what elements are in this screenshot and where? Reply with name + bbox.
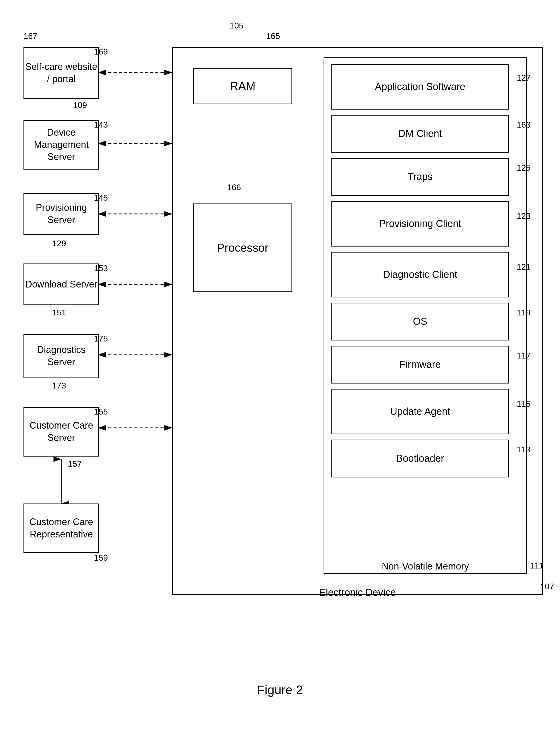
ref-167: 167	[23, 31, 37, 41]
ref-125: 125	[517, 163, 531, 173]
application-software-box: Application Software	[331, 64, 509, 110]
ref-129: 129	[52, 239, 66, 248]
ref-113: 113	[517, 445, 531, 454]
ref-107: 107	[540, 582, 554, 591]
ref-175: 175	[94, 334, 108, 344]
figure-caption: Figure 2	[16, 683, 544, 697]
diagram-container: 167 Self-care website / portal 169 Devic…	[16, 16, 544, 705]
ref-163: 163	[517, 120, 531, 130]
ref-127: 127	[517, 73, 531, 83]
processor-box: Processor	[193, 204, 292, 292]
ref-155: 155	[94, 407, 108, 416]
ref-115: 115	[517, 399, 531, 409]
ref-109: 109	[73, 100, 87, 110]
devicemgmt-box: Device Management Server	[23, 120, 99, 170]
customer-care-rep-box: Customer Care Representative	[23, 503, 99, 553]
traps-box: Traps	[331, 158, 509, 196]
update-agent-box: Update Agent	[331, 389, 509, 434]
firmware-box: Firmware	[331, 346, 509, 383]
provisioning-server-box: Provisioning Server	[23, 193, 99, 235]
provisioning-client-box: Provisioning Client	[331, 201, 509, 247]
ref-119: 119	[517, 308, 531, 318]
download-server-box: Download Server	[23, 264, 99, 305]
ref-157: 157	[68, 459, 82, 469]
ref-145: 145	[94, 193, 108, 203]
diagnostics-server-box: Diagnostics Server	[23, 334, 99, 378]
ref-173: 173	[52, 381, 66, 390]
ref-105: 105	[230, 21, 243, 31]
os-box: OS	[331, 303, 509, 341]
ref-159: 159	[94, 553, 108, 563]
ref-151: 151	[52, 308, 66, 318]
ref-121: 121	[517, 262, 531, 272]
ref-169: 169	[94, 47, 108, 57]
ram-box: RAM	[193, 68, 292, 104]
dm-client-box: DM Client	[331, 115, 509, 153]
ref-123: 123	[517, 211, 531, 221]
ref-111: 111	[530, 561, 544, 570]
ref-153: 153	[94, 264, 108, 273]
ref-166: 166	[227, 183, 241, 192]
selfcare-box: Self-care website / portal	[23, 47, 99, 99]
ref-143: 143	[94, 120, 108, 130]
electronic-device-label: Electronic Device	[172, 587, 543, 598]
customer-care-server-box: Customer Care Server	[23, 407, 99, 456]
ref-117: 117	[517, 351, 531, 361]
diagnostic-client-box: Diagnostic Client	[331, 252, 509, 298]
ref-165: 165	[266, 31, 280, 41]
nonvolatile-label: Non-Volatile Memory	[324, 561, 527, 572]
bootloader-box: Bootloader	[331, 439, 509, 477]
